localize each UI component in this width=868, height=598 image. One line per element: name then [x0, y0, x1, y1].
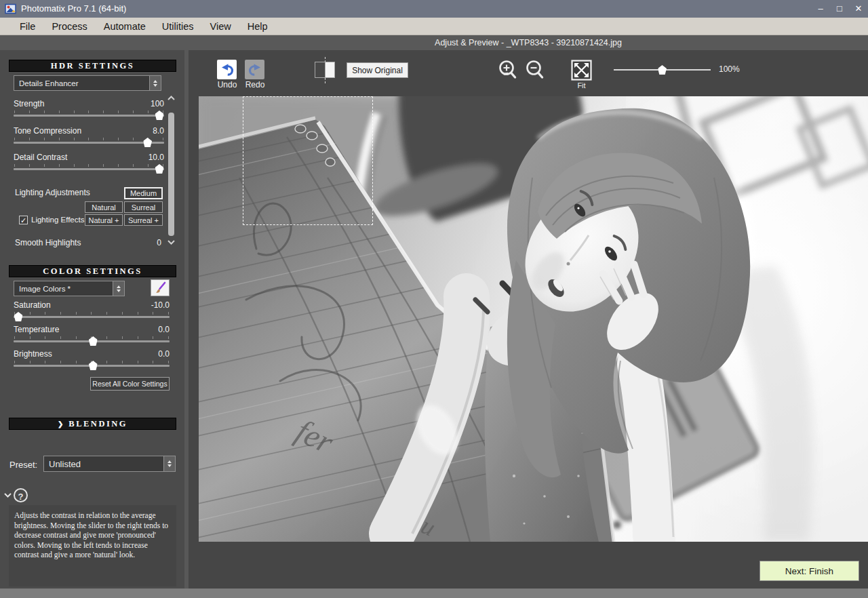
close-button[interactable]: ✕	[849, 0, 868, 18]
preview-image[interactable]: 0	[199, 96, 868, 542]
detail-contrast-track[interactable]	[14, 168, 164, 170]
dropdown-spinner-icon[interactable]	[149, 76, 161, 90]
strength-label: Strength	[14, 99, 44, 108]
lighting-medium-button[interactable]: Medium	[124, 187, 163, 199]
scroll-up-icon[interactable]	[167, 95, 176, 102]
hdr-scrollbar[interactable]	[168, 113, 174, 236]
zoom-out-icon[interactable]	[524, 59, 545, 81]
menu-help[interactable]: Help	[239, 18, 276, 35]
menu-utilities[interactable]: Utilities	[154, 18, 202, 35]
lighting-effects-checkbox[interactable]: ✓	[19, 216, 28, 224]
next-finish-button[interactable]: Next: Finish	[760, 561, 859, 581]
lighting-natural-plus-button[interactable]: Natural +	[85, 214, 123, 226]
color-brush-button[interactable]	[151, 279, 170, 296]
brightness-slider[interactable]: Brightness0.0	[14, 349, 170, 367]
tick-marks	[14, 138, 163, 140]
smooth-highlights-label: Smooth Highlights	[15, 238, 81, 247]
checkmark-icon: ✓	[20, 216, 26, 224]
color-method-dropdown[interactable]: Image Colors *	[14, 281, 125, 296]
lighting-effects-label: Lighting Effects	[31, 216, 84, 224]
saturation-slider[interactable]: Saturation-10.0	[14, 300, 170, 318]
tone-compression-value: 8.0	[153, 126, 164, 136]
strength-slider[interactable]: Strength100	[14, 99, 164, 117]
temperature-slider[interactable]: Temperature0.0	[14, 325, 170, 342]
tone-compression-label: Tone Compression	[14, 126, 81, 136]
hdr-method-dropdown[interactable]: Details Enhancer	[14, 75, 161, 91]
saturation-track[interactable]	[14, 316, 170, 318]
tick-marks	[14, 312, 169, 315]
question-mark: ?	[18, 492, 24, 502]
zoom-in-icon[interactable]	[497, 59, 518, 81]
strength-value: 100	[151, 99, 164, 108]
titlebar: Photomatix Pro 7.1 (64-bit) – □ ✕	[0, 0, 868, 18]
brightness-label: Brightness	[14, 349, 52, 359]
blending-header[interactable]: ❯ BLENDING	[9, 418, 176, 430]
tone-compression-track[interactable]	[14, 142, 164, 144]
lighting-surreal-label: Surreal	[132, 203, 155, 212]
redo-button[interactable]	[245, 60, 264, 79]
lighting-natural-button[interactable]: Natural	[85, 201, 123, 213]
chevron-down-icon[interactable]	[3, 492, 12, 498]
detail-contrast-label: Detail Contrast	[14, 153, 67, 162]
saturation-value: -10.0	[151, 300, 170, 310]
undo-button[interactable]	[217, 60, 237, 79]
temperature-label: Temperature	[14, 325, 59, 334]
tick-marks	[14, 164, 163, 167]
brush-icon	[153, 281, 167, 295]
temperature-track[interactable]	[14, 340, 170, 342]
preset-value: Unlisted	[49, 459, 81, 469]
color-settings-header: COLOR SETTINGS	[9, 265, 176, 277]
split-view-icon[interactable]	[315, 62, 335, 78]
bottom-resize-strip[interactable]	[0, 589, 868, 598]
lighting-adjustments-label: Lighting Adjustments	[15, 188, 90, 197]
document-title: Adjust & Preview - _WTP8343 - 3921087142…	[189, 35, 868, 50]
menu-file[interactable]: File	[12, 18, 43, 35]
detail-contrast-value: 10.0	[149, 153, 164, 162]
hdr-method-value: Details Enhancer	[19, 79, 79, 87]
zoom-slider[interactable]	[614, 65, 711, 75]
reset-color-settings-button[interactable]: Reset All Color Settings	[90, 377, 170, 391]
redo-icon	[247, 62, 263, 78]
fit-label: Fit	[571, 81, 592, 89]
lighting-surreal-plus-button[interactable]: Surreal +	[124, 214, 163, 226]
scroll-down-icon[interactable]	[167, 239, 176, 245]
zoom-level-value: 100%	[719, 64, 740, 74]
fit-button[interactable]	[571, 60, 592, 81]
reset-color-settings-label: Reset All Color Settings	[92, 380, 167, 388]
show-original-button[interactable]: Show Original	[347, 62, 408, 78]
brightness-value: 0.0	[158, 349, 170, 359]
photomatix-window: Photomatix Pro 7.1 (64-bit) – □ ✕ File P…	[0, 0, 868, 598]
lighting-natural-plus-label: Natural +	[89, 216, 119, 224]
minimize-button[interactable]: –	[811, 0, 830, 18]
zoom-slider-thumb[interactable]	[658, 65, 667, 75]
strength-track[interactable]	[14, 115, 164, 117]
color-method-value: Image Colors *	[19, 285, 71, 293]
lighting-surreal-button[interactable]: Surreal	[124, 201, 163, 213]
menu-automate[interactable]: Automate	[96, 18, 154, 35]
selection-marquee[interactable]	[243, 96, 373, 225]
undo-icon	[219, 62, 235, 78]
sidebar-divider[interactable]	[184, 50, 189, 589]
tone-compression-slider[interactable]: Tone Compression8.0	[14, 126, 164, 144]
menu-process[interactable]: Process	[43, 18, 95, 35]
dropdown-spinner-icon[interactable]	[113, 281, 124, 296]
app-icon	[5, 3, 16, 14]
smooth-highlights-value: 0	[151, 238, 161, 247]
menu-view[interactable]: View	[202, 18, 239, 35]
tick-marks	[14, 111, 163, 113]
maximize-button[interactable]: □	[830, 0, 849, 18]
preset-label: Preset:	[9, 460, 37, 470]
brightness-track[interactable]	[14, 365, 170, 367]
preset-dropdown[interactable]: Unlisted	[43, 456, 176, 472]
document-bar: Adjust & Preview - _WTP8343 - 3921087142…	[0, 35, 868, 50]
temperature-value: 0.0	[158, 325, 170, 334]
help-icon[interactable]: ?	[14, 488, 28, 502]
redo-label: Redo	[241, 80, 269, 89]
help-text-box: Adjusts the contrast in relation to the …	[9, 505, 176, 586]
color-settings-title: COLOR SETTINGS	[43, 266, 142, 277]
dropdown-spinner-icon[interactable]	[163, 456, 175, 471]
saturation-label: Saturation	[14, 300, 51, 310]
lighting-surreal-plus-label: Surreal +	[128, 216, 159, 224]
detail-contrast-slider[interactable]: Detail Contrast10.0	[14, 153, 164, 170]
lighting-medium-label: Medium	[130, 189, 157, 197]
